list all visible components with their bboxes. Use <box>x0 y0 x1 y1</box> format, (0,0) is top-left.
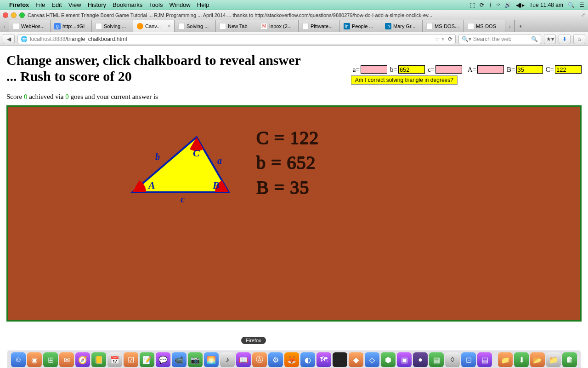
score-line: Score 0 achieved via 0 goes and your cur… <box>6 93 582 101</box>
input-upper-c[interactable] <box>555 65 582 74</box>
tab-scroll-left[interactable]: ‹ <box>0 20 9 32</box>
tab-solving1[interactable]: Solving ... <box>92 20 133 32</box>
dock-app-icon[interactable]: ◆ <box>349 352 363 367</box>
dock-app-icon[interactable]: ⬢ <box>381 352 396 367</box>
dock-photobooth-icon[interactable]: 📷 <box>188 352 203 367</box>
dock-launchpad-icon[interactable]: ⊞ <box>43 352 58 367</box>
dock-calendar-icon[interactable]: 📅 <box>107 352 122 367</box>
battery-icon[interactable]: ◂▮▸ <box>516 2 525 8</box>
input-upper-a[interactable] <box>477 65 504 74</box>
bookmark-star-icon[interactable]: ☆ <box>435 36 440 42</box>
tab-pittwater[interactable]: Pittwate... <box>299 20 340 32</box>
dock-app-icon[interactable]: ▣ <box>397 352 412 367</box>
dock-messages-icon[interactable]: 💬 <box>156 352 170 367</box>
volume-icon[interactable]: 🔊 <box>504 2 511 8</box>
back-button[interactable]: ◀ <box>3 34 15 44</box>
tab-scroll-right[interactable]: › <box>505 20 514 32</box>
dock-separator <box>495 354 495 365</box>
dock-dashboard-icon[interactable]: ◉ <box>27 352 42 367</box>
dock-chrome-icon[interactable]: ◐ <box>300 352 315 367</box>
minimize-window-button[interactable] <box>11 12 17 18</box>
dropdown-icon[interactable]: ▾ <box>441 36 444 42</box>
favicon-icon <box>468 23 474 29</box>
input-b[interactable] <box>398 65 425 74</box>
zoom-window-button[interactable] <box>19 12 25 18</box>
dock-mail-icon[interactable]: ✉ <box>59 352 74 367</box>
search-go-icon[interactable]: 🔍 <box>531 36 538 42</box>
address-bar[interactable]: 🌐 localhost:8888/triangle_chalkboard.htm… <box>17 34 456 44</box>
close-tab-icon[interactable]: × <box>168 23 170 29</box>
clock[interactable]: Tue 11:48 am <box>529 2 563 8</box>
search-bar[interactable]: 🔍▾ Search the web 🔍 <box>458 34 541 44</box>
side-a-label: a <box>217 155 222 166</box>
dock-folder-icon[interactable]: 📁 <box>498 352 513 367</box>
chalkboard-canvas[interactable]: A B C b a c C = 122 b = 652 B = 35 <box>6 105 582 322</box>
dock-eclipse-icon[interactable]: ● <box>413 352 428 367</box>
dock-notes-icon[interactable]: 📝 <box>140 352 154 367</box>
dock-safari-icon[interactable]: 🧭 <box>75 352 90 367</box>
dock-app-icon[interactable]: ▦ <box>429 352 444 367</box>
label-b: b= <box>390 66 397 74</box>
menu-bookmarks[interactable]: Bookmarks <box>113 1 142 8</box>
dropbox-icon[interactable]: ⬚ <box>470 2 475 8</box>
dock-firefox-icon[interactable]: 🦊 <box>284 352 299 367</box>
input-upper-b[interactable] <box>516 65 543 74</box>
input-a[interactable] <box>361 65 387 74</box>
tab-people[interactable]: inPeople ... <box>340 20 381 32</box>
dock-terminal-icon[interactable]: ›_ <box>333 352 347 367</box>
fullscreen-icon[interactable]: ⤢ <box>581 12 585 18</box>
sync-icon[interactable]: ⟳ <box>480 2 484 8</box>
tab-mary[interactable]: inMary Gr... <box>381 20 423 32</box>
dock-reminders-icon[interactable]: ☑ <box>124 352 138 367</box>
menu-tools[interactable]: Tools <box>149 1 163 8</box>
bluetooth-icon[interactable]: ᚼ <box>489 2 492 8</box>
bookmarks-button[interactable]: ★▾ <box>544 34 556 44</box>
globe-icon: 🌐 <box>21 36 28 42</box>
spotlight-icon[interactable]: 🔍 <box>568 2 575 8</box>
menu-help[interactable]: Help <box>197 1 209 8</box>
dock-app-icon[interactable]: ◊ <box>445 352 460 367</box>
dock-app-icon[interactable]: ▤ <box>477 352 492 367</box>
tab-canvas[interactable]: Canv...× <box>133 20 175 32</box>
page-heading: Change answer, click chalkboard to revea… <box>6 52 310 84</box>
dock-preferences-icon[interactable]: ⚙ <box>268 352 283 367</box>
tab-inbox[interactable]: MInbox (2... <box>257 20 299 32</box>
notifications-icon[interactable]: ☰ <box>579 2 584 8</box>
dock-folder-icon[interactable]: 📁 <box>546 352 561 367</box>
home-button[interactable]: ⌂ <box>573 34 585 44</box>
close-window-button[interactable] <box>3 12 8 18</box>
dock-ibooks-icon[interactable]: 📖 <box>236 352 251 367</box>
tab-newtab[interactable]: New Tab <box>216 20 257 32</box>
input-c[interactable] <box>435 65 462 74</box>
url-path: /triangle_chalkboard.html <box>65 36 127 42</box>
dock-maps-icon[interactable]: 🗺 <box>317 352 331 367</box>
tab-solving2[interactable]: Solving ... <box>175 20 216 32</box>
dock-downloads-icon[interactable]: ⬇ <box>514 352 529 367</box>
menu-view[interactable]: View <box>68 1 81 8</box>
dock-app-icon[interactable]: ⊡ <box>461 352 476 367</box>
menu-edit[interactable]: Edit <box>51 1 62 8</box>
dock-trash-icon[interactable]: 🗑 <box>562 352 577 367</box>
tab-google[interactable]: ghttp:...dGI <box>51 20 92 32</box>
menu-history[interactable]: History <box>88 1 106 8</box>
dock-contacts-icon[interactable]: 📒 <box>91 352 106 367</box>
dock-app-icon[interactable]: ◇ <box>365 352 379 367</box>
favicon-icon <box>137 23 143 29</box>
tab-webhost[interactable]: WebHos... <box>9 20 51 32</box>
dock-finder-icon[interactable]: ☺ <box>11 352 26 367</box>
app-name[interactable]: Firefox <box>9 1 29 8</box>
dock-iphoto-icon[interactable]: 🌅 <box>204 352 219 367</box>
downloads-button[interactable]: ⬇ <box>559 34 571 44</box>
menu-file[interactable]: File <box>35 1 45 8</box>
dock-facetime-icon[interactable]: 📹 <box>172 352 187 367</box>
check-answer-button[interactable]: Am I correct solving triangle in degrees… <box>351 75 458 85</box>
dock-folder-icon[interactable]: 📂 <box>530 352 545 367</box>
new-tab-button[interactable]: ＋ <box>514 20 526 32</box>
reload-button[interactable]: ⟳ <box>448 36 452 42</box>
dock-appstore-icon[interactable]: Ⓐ <box>252 352 267 367</box>
tab-msdos1[interactable]: MS-DOS... <box>423 20 464 32</box>
menu-window[interactable]: Window <box>170 1 191 8</box>
wifi-icon[interactable]: ⌔ <box>497 2 500 8</box>
tab-msdos2[interactable]: MS-DOS <box>464 20 505 32</box>
dock-itunes-icon[interactable]: ♪ <box>220 352 235 367</box>
